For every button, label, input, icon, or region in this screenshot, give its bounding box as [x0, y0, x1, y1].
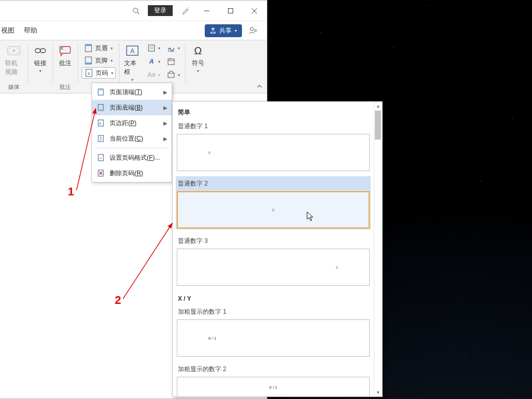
annotation-arrow-2 [0, 0, 269, 362]
scroll-thumb[interactable] [375, 111, 381, 140]
annotation-label-2: 2 [115, 294, 121, 307]
gallery-item-bold2[interactable]: 加粗显示的数字 2 0 / 1 [177, 363, 370, 396]
scroll-down-icon[interactable]: ▼ [374, 388, 382, 396]
svg-line-47 [123, 223, 172, 299]
preview-bold2: 0 / 1 [177, 377, 370, 396]
gallery-scrollbar[interactable]: ▲ ▼ [374, 102, 382, 396]
scroll-up-icon[interactable]: ▲ [374, 102, 382, 110]
